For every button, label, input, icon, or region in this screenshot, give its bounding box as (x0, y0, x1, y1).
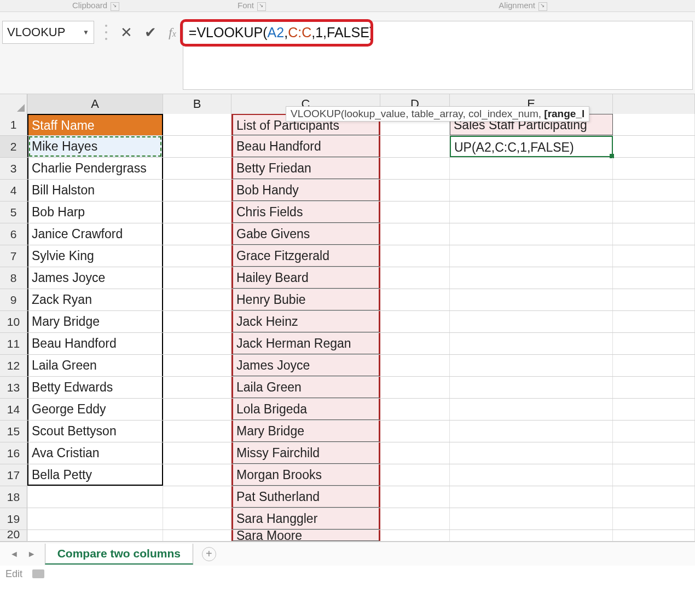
cell-C16[interactable]: Missy Fairchild (231, 442, 380, 464)
cell-F20[interactable] (613, 530, 695, 541)
cell-F4[interactable] (613, 180, 695, 201)
cell-C9[interactable]: Henry Bubie (231, 289, 380, 310)
cell-C18[interactable]: Pat Sutherland (231, 486, 380, 508)
cell-B4[interactable] (163, 180, 231, 201)
cell-A1[interactable]: Staff Name (27, 114, 163, 135)
cell-D20[interactable] (380, 530, 450, 541)
cell-E2[interactable]: UP(A2,C:C,1,FALSE) (450, 136, 613, 157)
cell-E16[interactable] (450, 442, 613, 464)
cell-A14[interactable]: George Eddy (27, 399, 163, 420)
cell-C14[interactable]: Lola Brigeda (231, 399, 380, 420)
formula-input[interactable]: =VLOOKUP(A2,C:C,1,FALSE) (183, 21, 693, 90)
cell-E4[interactable] (450, 180, 613, 201)
cell-B6[interactable] (163, 223, 231, 245)
cell-E15[interactable] (450, 421, 613, 442)
cell-E8[interactable] (450, 267, 613, 289)
column-header-F[interactable] (613, 94, 695, 114)
cell-A5[interactable]: Bob Harp (27, 202, 163, 223)
cell-A4[interactable]: Bill Halston (27, 180, 163, 201)
row-header[interactable]: 20 (0, 530, 27, 541)
cell-B14[interactable] (163, 399, 231, 420)
row-header[interactable]: 17 (0, 464, 27, 486)
cell-F5[interactable] (613, 202, 695, 223)
cell-F7[interactable] (613, 245, 695, 267)
cell-D16[interactable] (380, 442, 450, 464)
cell-F19[interactable] (613, 508, 695, 529)
cell-D9[interactable] (380, 289, 450, 310)
cell-F13[interactable] (613, 377, 695, 398)
cell-F2[interactable] (613, 136, 695, 157)
cell-E19[interactable] (450, 508, 613, 529)
macro-record-icon[interactable] (32, 569, 44, 578)
cell-C10[interactable]: Jack Heinz (231, 311, 380, 332)
cell-B20[interactable] (163, 530, 231, 541)
cell-D11[interactable] (380, 333, 450, 354)
cell-D7[interactable] (380, 245, 450, 267)
cell-B16[interactable] (163, 442, 231, 464)
cell-C15[interactable]: Mary Bridge (231, 421, 380, 442)
row-header[interactable]: 14 (0, 399, 27, 420)
tab-prev-button[interactable]: ◄ (10, 549, 19, 559)
cell-D6[interactable] (380, 223, 450, 245)
cell-A9[interactable]: Zack Ryan (27, 289, 163, 310)
cancel-formula-button[interactable]: ✕ (120, 24, 132, 41)
cell-F9[interactable] (613, 289, 695, 310)
cell-B7[interactable] (163, 245, 231, 267)
cell-F3[interactable] (613, 158, 695, 179)
row-header[interactable]: 2 (0, 136, 27, 157)
cell-D13[interactable] (380, 377, 450, 398)
cell-A20[interactable] (27, 530, 163, 541)
row-header[interactable]: 1 (0, 114, 27, 135)
cell-C13[interactable]: Laila Green (231, 377, 380, 398)
cell-F14[interactable] (613, 399, 695, 420)
cell-D2[interactable] (380, 136, 450, 157)
cell-F12[interactable] (613, 355, 695, 376)
cell-B5[interactable] (163, 202, 231, 223)
row-header[interactable]: 12 (0, 355, 27, 376)
cell-B10[interactable] (163, 311, 231, 332)
cell-D10[interactable] (380, 311, 450, 332)
cell-A12[interactable]: Laila Green (27, 355, 163, 376)
cell-D3[interactable] (380, 158, 450, 179)
cell-B2[interactable] (163, 136, 231, 157)
cell-E3[interactable] (450, 158, 613, 179)
cell-A16[interactable]: Ava Cristian (27, 442, 163, 464)
alignment-launcher-icon[interactable] (538, 2, 547, 11)
cell-E14[interactable] (450, 399, 613, 420)
cell-C17[interactable]: Morgan Brooks (231, 464, 380, 486)
cell-A6[interactable]: Janice Crawford (27, 223, 163, 245)
cell-F11[interactable] (613, 333, 695, 354)
cell-E10[interactable] (450, 311, 613, 332)
cell-D18[interactable] (380, 486, 450, 508)
cell-A15[interactable]: Scout Bettyson (27, 421, 163, 442)
cell-B17[interactable] (163, 464, 231, 486)
row-header[interactable]: 3 (0, 158, 27, 179)
cell-A2[interactable]: Mike Hayes (27, 136, 163, 157)
cell-A10[interactable]: Mary Bridge (27, 311, 163, 332)
cell-A3[interactable]: Charlie Pendergrass (27, 158, 163, 179)
cell-A13[interactable]: Betty Edwards (27, 377, 163, 398)
cell-E6[interactable] (450, 223, 613, 245)
formula-bar-grip-icon[interactable] (105, 25, 108, 40)
cell-D12[interactable] (380, 355, 450, 376)
cell-C12[interactable]: James Joyce (231, 355, 380, 376)
add-sheet-button[interactable]: + (202, 547, 216, 561)
cell-D17[interactable] (380, 464, 450, 486)
row-header[interactable]: 10 (0, 311, 27, 332)
row-header[interactable]: 19 (0, 508, 27, 529)
cell-B13[interactable] (163, 377, 231, 398)
cell-E7[interactable] (450, 245, 613, 267)
cell-D15[interactable] (380, 421, 450, 442)
cell-A17[interactable]: Bella Petty (27, 464, 163, 486)
cell-A8[interactable]: James Joyce (27, 267, 163, 289)
cell-C11[interactable]: Jack Herman Regan (231, 333, 380, 354)
cell-B18[interactable] (163, 486, 231, 508)
row-header[interactable]: 8 (0, 267, 27, 289)
cell-F15[interactable] (613, 421, 695, 442)
cell-B9[interactable] (163, 289, 231, 310)
insert-function-button[interactable]: fx (169, 25, 176, 40)
spreadsheet-grid[interactable]: ABCDE1Staff NameList of ParticipantsSale… (0, 94, 695, 542)
column-header-B[interactable]: B (163, 94, 231, 114)
cell-B15[interactable] (163, 421, 231, 442)
cell-A11[interactable]: Beau Handford (27, 333, 163, 354)
